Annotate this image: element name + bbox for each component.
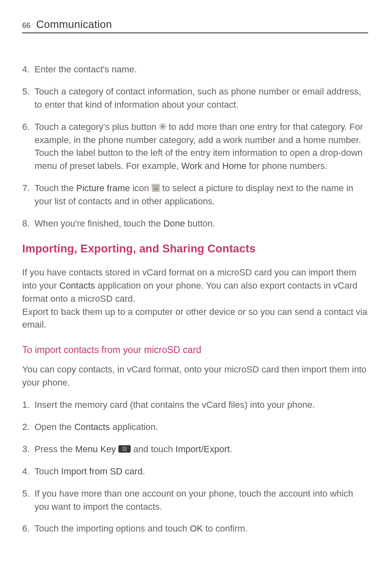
text-span: Touch the importing options and touch — [35, 523, 190, 534]
step-item: 5. If you have more than one account on … — [22, 487, 368, 513]
heading-importing-exporting: Importing, Exporting, and Sharing Contac… — [22, 243, 368, 255]
bold-text: Contacts — [74, 422, 110, 432]
step-text: Touch a category of contact information,… — [35, 85, 368, 111]
page-header: 66 Communication — [22, 18, 368, 33]
step-item: 6. Touch a category's plus button to add… — [22, 120, 368, 173]
text-span: Press the — [35, 444, 75, 454]
text-span: for phone numbers. — [247, 161, 327, 171]
step-text: Touch the Picture frame icon to select a… — [35, 182, 368, 208]
step-number: 4. — [22, 63, 35, 76]
step-item: 8. When you're finished, touch the Done … — [22, 217, 368, 230]
text-span: . — [143, 466, 145, 476]
step-text: Open the Contacts application. — [35, 421, 368, 434]
step-item: 4. Enter the contact's name. — [22, 63, 368, 76]
section-title: Communication — [36, 18, 112, 31]
step-text: Insert the memory card (that contains th… — [35, 398, 368, 411]
menu-key-icon — [118, 445, 131, 453]
bold-text: Contacts — [60, 280, 95, 291]
step-item: 7. Touch the Picture frame icon to selec… — [22, 182, 368, 208]
paragraph-text: If you have contacts stored in vCard for… — [22, 266, 368, 305]
text-span: . — [230, 444, 232, 454]
step-text: When you're finished, touch the Done but… — [35, 217, 368, 230]
step-item: 6. Touch the importing options and touch… — [22, 522, 368, 535]
step-number: 4. — [22, 465, 35, 478]
step-item: 2. Open the Contacts application. — [22, 421, 368, 434]
plus-icon — [159, 123, 166, 130]
step-text: Touch a category's plus button to add mo… — [35, 120, 368, 173]
text-span: When you're finished, touch the — [35, 218, 164, 229]
text-span: to confirm. — [203, 523, 248, 534]
bold-text: Import from SD card — [61, 466, 143, 476]
step-number: 6. — [22, 120, 35, 173]
paragraph: If you have contacts stored in vCard for… — [22, 266, 368, 331]
step-text: Enter the contact's name. — [35, 63, 368, 76]
text-span: Touch a category's plus button — [35, 122, 159, 132]
step-number: 8. — [22, 217, 35, 230]
step-item: 3. Press the Menu Key and touch Import/E… — [22, 443, 368, 456]
text-span: and touch — [131, 444, 175, 454]
paragraph-text: You can copy contacts, in vCard format, … — [22, 363, 368, 389]
svg-point-1 — [154, 187, 155, 187]
step-text: Touch Import from SD card. — [35, 465, 368, 478]
step-number: 7. — [22, 182, 35, 208]
step-number: 6. — [22, 522, 35, 535]
text-span: Touch — [35, 466, 61, 476]
bold-text: Picture frame — [76, 183, 130, 193]
step-number: 1. — [22, 398, 35, 411]
bold-text: OK — [190, 523, 203, 534]
step-item: 5. Touch a category of contact informati… — [22, 85, 368, 111]
step-item: 1. Insert the memory card (that contains… — [22, 398, 368, 411]
bold-text: Done — [164, 218, 185, 229]
bold-text: Home — [222, 161, 247, 171]
step-text: If you have more than one account on you… — [35, 487, 368, 513]
bold-text: Work — [181, 161, 202, 171]
step-number: 3. — [22, 443, 35, 456]
heading-to-import: To import contacts from your microSD car… — [22, 344, 368, 356]
text-span: and — [202, 161, 222, 171]
step-text: Press the Menu Key and touch Import/Expo… — [35, 443, 368, 456]
text-span: Open the — [35, 422, 74, 432]
paragraph-text: Export to back them up to a computer or … — [22, 305, 368, 332]
text-span: application. — [110, 422, 158, 432]
page-number: 66 — [22, 21, 30, 30]
step-text: Touch the importing options and touch OK… — [35, 522, 368, 535]
text-span: Touch the — [35, 183, 76, 193]
step-number: 5. — [22, 487, 35, 513]
step-item: 4. Touch Import from SD card. — [22, 465, 368, 478]
bold-text: Menu Key — [75, 444, 116, 454]
step-number: 5. — [22, 85, 35, 111]
text-span: button. — [185, 218, 215, 229]
svg-rect-2 — [123, 447, 126, 451]
step-number: 2. — [22, 421, 35, 434]
bold-text: Import/Export — [175, 444, 230, 454]
picture-frame-icon — [152, 184, 160, 192]
text-span: icon — [130, 183, 152, 193]
